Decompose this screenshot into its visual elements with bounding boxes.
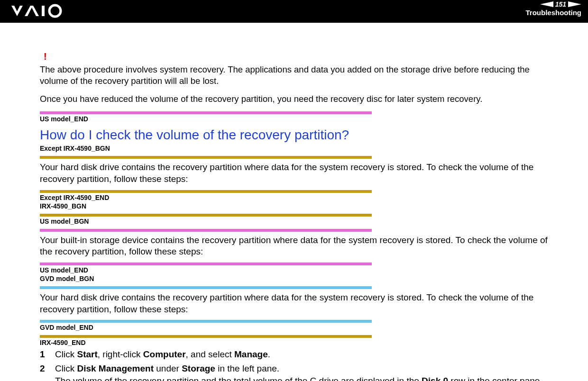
body-paragraph: Your hard disk drive contains the recove… <box>40 162 554 185</box>
model-tag: US model_END <box>40 266 554 274</box>
svg-rect-0 <box>42 6 45 16</box>
bold-text: Computer <box>143 349 186 359</box>
next-page-arrow-icon[interactable] <box>568 1 581 7</box>
page-number: 151 <box>555 1 566 8</box>
step-2: 2 Click Disk Management under Storage in… <box>40 363 554 381</box>
bold-text: Storage <box>182 363 215 373</box>
body-paragraph: Your hard disk drive contains the recove… <box>40 292 554 315</box>
model-tag: GVD model_END <box>40 324 554 331</box>
step-body: Click Disk Management under Storage in t… <box>55 363 554 381</box>
page-nav: 151 Troubleshooting <box>526 0 582 17</box>
divider <box>40 320 372 323</box>
bold-text: Start <box>77 349 97 359</box>
prev-page-arrow-icon[interactable] <box>540 1 553 7</box>
divider <box>40 286 372 289</box>
page-content: ! The above procedure involves system re… <box>0 23 588 381</box>
text: Click <box>55 363 77 373</box>
divider <box>40 263 372 265</box>
text: Click <box>55 349 77 359</box>
step-1: 1 Click Start, right-click Computer, and… <box>40 348 554 361</box>
divider <box>40 111 372 114</box>
bold-text: Disk Management <box>77 363 154 373</box>
text: under <box>154 363 182 373</box>
divider <box>40 335 372 338</box>
text: . <box>268 349 270 359</box>
step-body: Click Start, right-click Computer, and s… <box>55 348 554 361</box>
text: The volume of the recovery partition and… <box>55 376 422 381</box>
text: , and select <box>186 349 234 359</box>
section-title: How do I check the volume of the recover… <box>40 127 554 143</box>
step-number: 1 <box>40 348 55 361</box>
bold-text: Manage <box>234 349 268 359</box>
model-tag: Except IRX-4590_END <box>40 194 554 201</box>
text: in the left pane. <box>215 363 279 373</box>
svg-point-1 <box>49 5 61 17</box>
warning-text-2: Once you have reduced the volume of the … <box>40 93 554 105</box>
section-label: Troubleshooting <box>526 9 582 17</box>
warning-icon: ! <box>44 51 554 62</box>
divider <box>40 156 372 159</box>
model-tag: Except IRX-4590_BGN <box>40 145 554 152</box>
warning-text-1: The above procedure involves system reco… <box>40 64 554 87</box>
divider <box>40 214 372 217</box>
model-tag: IRX-4590_BGN <box>40 202 554 210</box>
model-tag: IRX-4590_END <box>40 339 554 346</box>
divider <box>40 229 372 232</box>
model-tag: GVD model_BGN <box>40 275 554 282</box>
header-bar: 151 Troubleshooting <box>0 0 588 23</box>
bold-text: Disk 0 <box>422 376 448 381</box>
model-tag: US model_BGN <box>40 218 554 225</box>
vaio-logo <box>10 4 72 20</box>
text: row in the center pane. <box>448 376 542 381</box>
model-tag: US model_END <box>40 115 554 123</box>
text: , right-click <box>98 349 143 359</box>
body-paragraph: Your built-in storage device contains th… <box>40 235 554 258</box>
divider <box>40 190 372 193</box>
step-number: 2 <box>40 363 55 381</box>
